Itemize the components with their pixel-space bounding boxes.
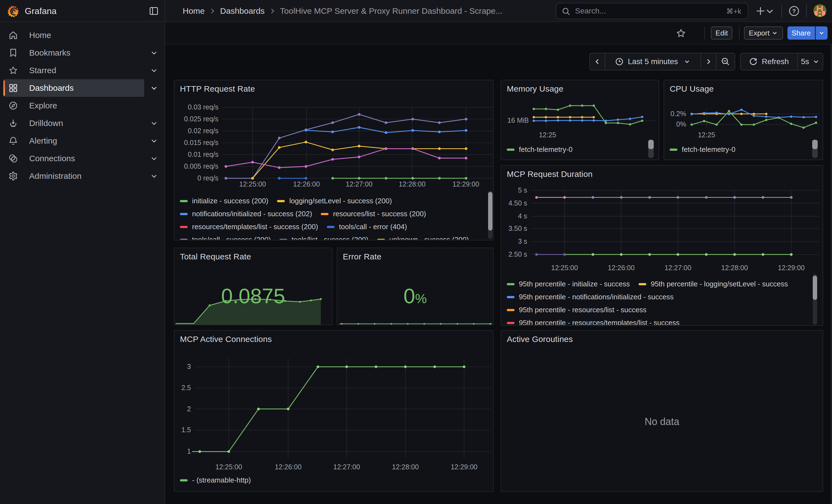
svg-text:0 req/s: 0 req/s (198, 174, 218, 182)
svg-text:12:29:00: 12:29:00 (451, 463, 477, 471)
svg-text:12:29:00: 12:29:00 (778, 264, 805, 271)
svg-text:3.50 s: 3.50 s (509, 224, 527, 232)
svg-text:?: ? (792, 8, 796, 15)
svg-text:12:28:00: 12:28:00 (399, 180, 425, 188)
svg-text:12:25:00: 12:25:00 (239, 180, 266, 188)
svg-text:3: 3 (187, 363, 191, 370)
svg-text:12:25:00: 12:25:00 (215, 463, 242, 471)
svg-text:12:27:00: 12:27:00 (346, 180, 372, 188)
svg-text:0.01 req/s: 0.01 req/s (188, 151, 218, 158)
svg-text:12:26:00: 12:26:00 (293, 180, 320, 188)
svg-text:2.5: 2.5 (181, 384, 191, 392)
svg-text:0.02 req/s: 0.02 req/s (188, 127, 218, 135)
svg-text:12:28:00: 12:28:00 (392, 463, 419, 471)
svg-text:1.5: 1.5 (181, 426, 191, 433)
svg-text:0.005 req/s: 0.005 req/s (184, 162, 218, 170)
svg-text:3 s: 3 s (518, 237, 527, 245)
svg-text:12:25: 12:25 (539, 131, 556, 139)
svg-text:12:28:00: 12:28:00 (721, 264, 748, 271)
svg-text:12:25:00: 12:25:00 (551, 264, 578, 271)
svg-text:0.2%: 0.2% (671, 110, 686, 117)
svg-text:16 MiB: 16 MiB (508, 116, 529, 124)
svg-text:1: 1 (187, 447, 191, 455)
svg-text:0.025 req/s: 0.025 req/s (184, 115, 218, 123)
svg-text:2.50 s: 2.50 s (509, 250, 527, 258)
svg-text:0%: 0% (676, 120, 686, 128)
svg-text:0.015 req/s: 0.015 req/s (184, 139, 218, 147)
svg-text:12:27:00: 12:27:00 (333, 463, 360, 471)
svg-text:12:26:00: 12:26:00 (275, 463, 302, 471)
svg-text:12:29:00: 12:29:00 (452, 180, 479, 188)
svg-text:4 s: 4 s (518, 212, 527, 220)
svg-text:4.50 s: 4.50 s (509, 199, 527, 207)
svg-text:12:27:00: 12:27:00 (665, 264, 691, 271)
svg-text:12:26:00: 12:26:00 (608, 264, 634, 271)
svg-text:12:25: 12:25 (698, 131, 716, 139)
svg-text:2: 2 (187, 405, 191, 413)
svg-text:0.03 req/s: 0.03 req/s (188, 103, 218, 111)
svg-text:5 s: 5 s (518, 186, 527, 194)
